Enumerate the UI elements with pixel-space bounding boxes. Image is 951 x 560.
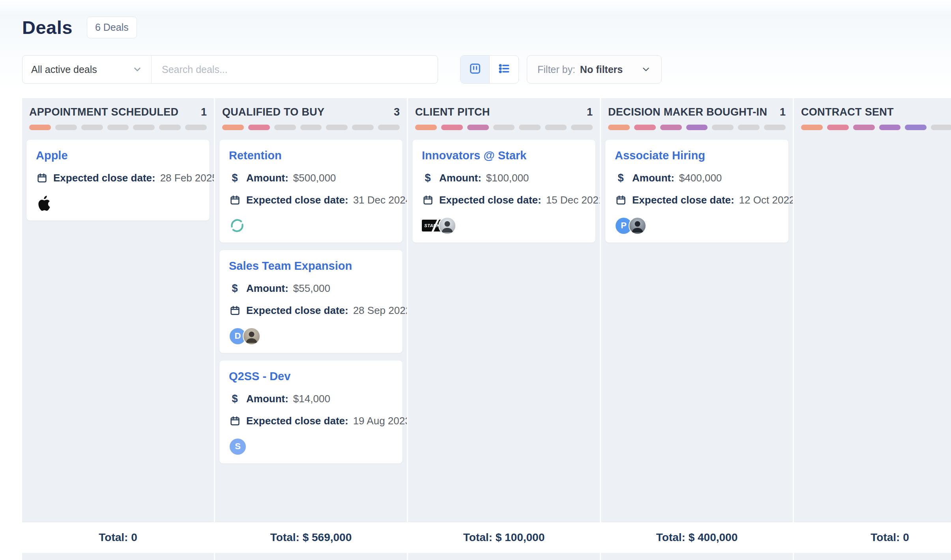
progress-segment [415,125,437,130]
progress-segment [326,125,348,130]
progress-segment [738,125,760,130]
progress-segment [879,125,901,130]
column-total: Total: $ 400,000 [601,522,793,553]
progress-segment [467,125,489,130]
column-header-row: QUALIFIED TO BUY3 [222,98,400,118]
view-select[interactable]: All active deals [22,56,152,83]
column-header: DECISION MAKER BOUGHT-IN1 [601,98,793,136]
column-total: Total: 0 [794,522,951,553]
column-bottom-strip [22,553,214,560]
card-footer: STARK [422,217,586,235]
letter-avatar: S [229,438,247,455]
dollar-icon: $ [229,394,241,404]
row-value: $100,000 [486,172,529,184]
column-header-row: DECISION MAKER BOUGHT-IN1 [608,98,786,118]
row-label: Amount: [632,172,674,184]
deal-title[interactable]: Innovators @ Stark [422,149,586,162]
column-title: CLIENT PITCH [415,106,490,118]
dollar-icon: $ [615,173,627,183]
board-view-button[interactable] [461,56,489,83]
filter-dropdown[interactable]: Filter by: No filters [527,55,662,84]
progress-segment [571,125,593,130]
deal-title[interactable]: Apple [36,149,200,162]
progress-segment [519,125,541,130]
card-row: $Amount:$100,000 [422,172,586,184]
column-cards: Associate Hiring$Amount:$400,000Expected… [601,136,793,522]
calendar-icon [615,195,627,205]
stage-progress-bar [415,125,593,130]
row-label: Amount: [246,393,288,405]
board-column: CLIENT PITCH1Innovators @ Stark$Amount:$… [408,98,600,560]
progress-segment [55,125,77,130]
filter-value: No filters [580,64,623,75]
dollar-icon: $ [229,173,241,183]
deal-card[interactable]: Retention$Amount:$500,000Expected close … [219,139,403,243]
row-label: Expected close date: [53,172,155,184]
column-total: Total: $ 100,000 [408,522,600,553]
progress-segment [300,125,322,130]
dollar-icon: $ [229,283,241,294]
deal-title[interactable]: Retention [229,149,393,162]
deal-card[interactable]: Associate Hiring$Amount:$400,000Expected… [605,139,789,243]
row-label: Expected close date: [246,194,348,206]
stage-progress-bar [801,125,951,130]
column-cards: Innovators @ Stark$Amount:$100,000Expect… [408,136,600,522]
search-input[interactable] [152,64,438,75]
progress-segment [274,125,296,130]
column-total: Total: 0 [22,522,214,553]
search-wrap [152,56,438,83]
progress-segment [378,125,400,130]
column-cards [794,136,951,522]
progress-segment [905,125,927,130]
filter-label: Filter by: [537,64,575,75]
deal-card[interactable]: Innovators @ Stark$Amount:$100,000Expect… [412,139,596,243]
toolbar: All active deals Filter by: No filters [22,55,951,84]
row-label: Expected close date: [439,194,541,206]
calendar-icon [36,173,48,183]
card-footer [229,217,393,235]
column-count: 3 [394,106,400,118]
deal-title[interactable]: Q2SS - Dev [229,370,393,383]
row-value: $55,000 [293,282,330,295]
column-title: CONTRACT SENT [801,106,894,118]
column-bottom-strip [408,553,600,560]
column-header: CONTRACT SENT [794,98,951,136]
card-footer: D [229,327,393,345]
deal-card[interactable]: Sales Team Expansion$Amount:$55,000Expec… [219,250,403,353]
list-view-button[interactable] [489,56,519,83]
page-header: Deals 6 Deals [22,13,951,41]
deal-title[interactable]: Associate Hiring [615,149,779,162]
deal-title[interactable]: Sales Team Expansion [229,259,393,273]
column-count: 1 [201,106,207,118]
card-row: Expected close date:31 Dec 2024 [229,194,393,206]
card-footer: S [229,437,393,455]
progress-segment [931,125,951,130]
calendar-icon [229,195,241,205]
view-search-combo: All active deals [22,55,438,84]
progress-segment [185,125,207,130]
list-icon [498,62,511,77]
sync-icon [229,217,245,234]
progress-segment [441,125,463,130]
column-header: CLIENT PITCH1 [408,98,600,136]
column-bottom-strip [794,553,951,560]
progress-segment [81,125,103,130]
progress-segment [222,125,244,130]
card-row: Expected close date:12 Oct 2022 [615,194,779,206]
row-value: 12 Oct 2022 [739,194,793,206]
column-title: APPOINTMENT SCHEDULED [29,106,178,118]
photo-avatar [629,217,646,235]
progress-segment [686,125,708,130]
card-row: $Amount:$55,000 [229,282,393,295]
card-row: $Amount:$14,000 [229,393,393,405]
row-value: 28 Feb 2025 [160,172,214,184]
photo-avatar [438,217,456,235]
row-value: $400,000 [679,172,722,184]
deal-card[interactable]: Q2SS - Dev$Amount:$14,000Expected close … [219,360,403,464]
deal-card[interactable]: AppleExpected close date:28 Feb 2025 [26,139,210,221]
row-value: $500,000 [293,172,336,184]
progress-segment [248,125,270,130]
row-label: Amount: [439,172,481,184]
column-header-row: APPOINTMENT SCHEDULED1 [29,98,207,118]
stage-progress-bar [222,125,400,130]
